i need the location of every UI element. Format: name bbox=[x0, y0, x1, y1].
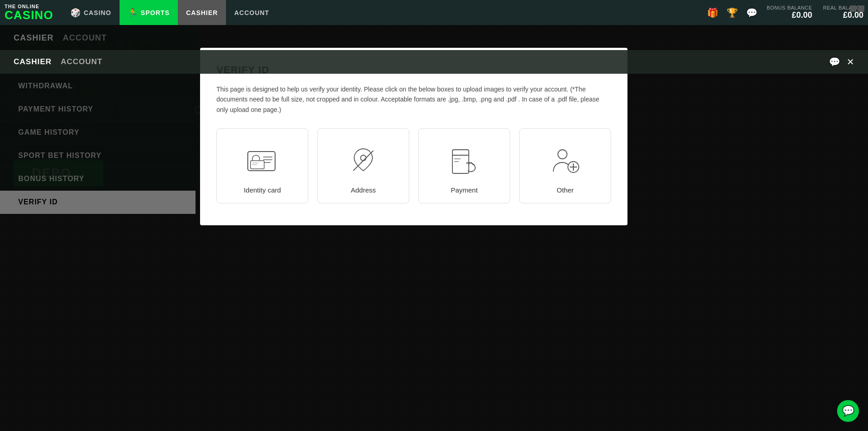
nav-casino[interactable]: 🎲 CASINO bbox=[62, 0, 119, 25]
logo-bottom: CASINO bbox=[5, 9, 53, 21]
modal-description: This page is designed to help us verify … bbox=[216, 84, 611, 115]
balance-section: BONUS BALANCE £0.00 REAL BALANCE £0.00 bbox=[767, 5, 863, 20]
logo: THE ONLINE CASINO bbox=[5, 4, 53, 21]
verify-card-address[interactable]: Address bbox=[317, 128, 409, 203]
verify-id-modal: VERIFY ID This page is designed to help … bbox=[200, 48, 627, 225]
modal-account-label[interactable]: ACCOUNT bbox=[61, 57, 103, 66]
gift-icon[interactable]: 🎁 bbox=[707, 7, 718, 18]
identity-card-svg bbox=[246, 144, 279, 177]
payment-icon bbox=[446, 142, 482, 179]
modal-cashier-label: CASHIER bbox=[14, 57, 52, 66]
other-svg bbox=[549, 144, 582, 177]
header-bar-icons: 💬 ✕ bbox=[829, 56, 854, 67]
bonus-balance-label: BONUS BALANCE bbox=[767, 5, 812, 10]
verify-card-other[interactable]: Other bbox=[519, 128, 611, 203]
verify-card-identity[interactable]: Identity card bbox=[216, 128, 308, 203]
identity-card-label: Identity card bbox=[244, 186, 281, 194]
chat-fab-icon: 💬 bbox=[842, 405, 854, 417]
bg-area: TENNIS CASHBACK GET UP TO £500 CASHBACK … bbox=[0, 25, 868, 431]
win-btn-2 bbox=[858, 5, 864, 12]
nav-account[interactable]: ACCOUNT bbox=[226, 0, 277, 25]
win-btn-1 bbox=[850, 5, 856, 12]
modal-header-bar: CASHIER ACCOUNT 💬 ✕ bbox=[0, 50, 868, 74]
payment-svg bbox=[448, 144, 481, 177]
nav-icons-right: 🎁 🏆 💬 bbox=[707, 7, 758, 18]
address-svg bbox=[347, 144, 380, 177]
identity-card-icon bbox=[244, 142, 281, 179]
other-icon bbox=[547, 142, 583, 179]
payment-label: Payment bbox=[451, 186, 477, 194]
other-label: Other bbox=[557, 186, 574, 194]
nav-sports[interactable]: 🏃 SPORTS bbox=[120, 0, 178, 25]
svg-point-8 bbox=[361, 155, 366, 161]
modal-chat-icon[interactable]: 💬 bbox=[829, 56, 840, 67]
real-balance-value: £0.00 bbox=[823, 10, 863, 20]
top-nav: THE ONLINE CASINO 🎲 CASINO 🏃 SPORTS CASH… bbox=[0, 0, 868, 25]
bonus-balance: BONUS BALANCE £0.00 bbox=[767, 5, 812, 20]
verify-card-payment[interactable]: Payment bbox=[418, 128, 510, 203]
chat-fab[interactable]: 💬 bbox=[837, 400, 859, 422]
nav-cashier[interactable]: CASHIER bbox=[178, 0, 226, 25]
nav-cashier-label: CASHIER bbox=[186, 9, 218, 16]
bonus-balance-value: £0.00 bbox=[767, 10, 812, 20]
window-controls bbox=[850, 5, 864, 12]
svg-line-9 bbox=[353, 151, 373, 171]
sports-icon: 🏃 bbox=[128, 8, 138, 18]
address-icon bbox=[345, 142, 381, 179]
casino-icon: 🎲 bbox=[70, 8, 81, 18]
trophy-icon[interactable]: 🏆 bbox=[727, 7, 738, 18]
verify-cards: Identity card Address bbox=[216, 128, 611, 203]
nav-sports-label: SPORTS bbox=[141, 9, 170, 16]
modal-close-icon[interactable]: ✕ bbox=[847, 56, 854, 67]
nav-casino-label: CASINO bbox=[84, 9, 111, 16]
address-label: Address bbox=[351, 186, 376, 194]
chat-icon[interactable]: 💬 bbox=[746, 7, 758, 18]
nav-account-label: ACCOUNT bbox=[234, 9, 269, 16]
svg-point-15 bbox=[558, 150, 567, 159]
